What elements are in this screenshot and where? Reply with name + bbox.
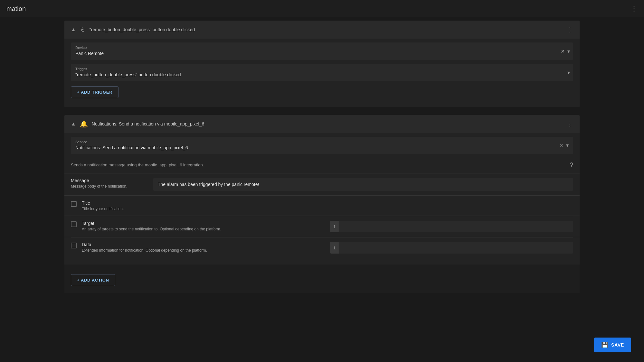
trigger-title: "remote_button_double_press" button doub… xyxy=(90,27,195,32)
target-param-name: Target xyxy=(82,221,325,226)
target-param-row: Target An array of targets to send the n… xyxy=(71,216,573,237)
device-expand-icon[interactable]: ▾ xyxy=(567,48,570,54)
service-controls: ✕ ▾ xyxy=(559,142,569,148)
data-input[interactable] xyxy=(339,242,573,254)
add-action-row: + ADD ACTION xyxy=(64,265,580,293)
trigger-label: Trigger xyxy=(75,67,569,71)
trigger-controls: ▾ xyxy=(567,70,570,76)
service-value: Notifications: Send a notification via m… xyxy=(75,145,188,150)
trigger-card: ▲ 🖱 "remote_button_double_press" button … xyxy=(64,21,580,107)
action-title: Notifications: Send a notification via m… xyxy=(92,121,204,126)
trigger-card-header: ▲ 🖱 "remote_button_double_press" button … xyxy=(64,21,580,39)
service-info-text: Sends a notification message using the m… xyxy=(71,162,204,167)
action-collapse-chevron[interactable]: ▲ xyxy=(71,121,76,127)
add-trigger-button[interactable]: + ADD TRIGGER xyxy=(71,86,118,98)
device-value: Panic Remote xyxy=(75,51,569,56)
trigger-collapse-chevron[interactable]: ▲ xyxy=(71,27,76,32)
service-help-icon[interactable]: ? xyxy=(570,161,573,169)
title-param-name: Title xyxy=(82,200,573,206)
action-card-body: Service Notifications: Send a notificati… xyxy=(64,133,580,265)
data-param-name: Data xyxy=(82,242,325,247)
top-menu-icon[interactable]: ⋮ xyxy=(630,5,638,13)
app-title: mation xyxy=(6,5,26,13)
device-controls: ✕ ▾ xyxy=(561,48,570,54)
service-field: Service Notifications: Send a notificati… xyxy=(71,137,573,154)
service-info-row: Sends a notification message using the m… xyxy=(71,159,573,173)
action-notification-icon: 🔔 xyxy=(80,120,88,128)
target-input[interactable] xyxy=(339,221,573,232)
save-button[interactable]: 💾 SAVE xyxy=(594,338,631,352)
data-input-area: 1 xyxy=(330,242,573,254)
device-label: Device xyxy=(75,46,569,50)
trigger-menu-dots[interactable]: ⋮ xyxy=(567,26,573,33)
action-menu-dots[interactable]: ⋮ xyxy=(567,120,573,128)
action-card-header: ▲ 🔔 Notifications: Send a notification v… xyxy=(64,115,580,133)
save-icon: 💾 xyxy=(601,341,609,348)
trigger-card-body: Device Panic Remote ✕ ▾ Trigger "remote_… xyxy=(64,39,580,107)
service-label: Service xyxy=(75,140,188,144)
top-bar: mation ⋮ xyxy=(0,0,644,17)
main-content: ▲ 🖱 "remote_button_double_press" button … xyxy=(0,17,644,320)
target-row-num: 1 xyxy=(330,221,339,232)
trigger-device-icon: 🖱 xyxy=(80,26,86,33)
message-input-area xyxy=(153,178,573,191)
message-input[interactable] xyxy=(153,178,573,191)
title-param-row: Title Title for your notification. xyxy=(71,196,573,216)
device-clear-icon[interactable]: ✕ xyxy=(561,48,565,54)
data-numbered-input: 1 xyxy=(330,242,573,254)
action-header-left: ▲ 🔔 Notifications: Send a notification v… xyxy=(71,120,204,128)
data-checkbox[interactable] xyxy=(71,243,77,248)
trigger-field: Trigger "remote_button_double_press" but… xyxy=(71,64,573,81)
data-param-desc: Extended information for notification. O… xyxy=(82,248,325,253)
data-row-num: 1 xyxy=(330,242,339,254)
save-label: SAVE xyxy=(611,342,624,348)
trigger-expand-icon[interactable]: ▾ xyxy=(567,70,570,76)
service-expand-icon[interactable]: ▾ xyxy=(566,142,569,148)
target-checkbox[interactable] xyxy=(71,221,77,227)
service-clear-icon[interactable]: ✕ xyxy=(559,142,564,148)
target-input-area: 1 xyxy=(330,221,573,232)
data-param-row: Data Extended information for notificati… xyxy=(71,237,573,258)
message-param-name: Message xyxy=(71,178,148,183)
add-action-button[interactable]: + ADD ACTION xyxy=(71,274,115,286)
message-param-row: Message Message body of the notification… xyxy=(71,173,573,195)
target-param-desc: An array of targets to send the notifica… xyxy=(82,227,325,231)
message-param-desc: Message body of the notification. xyxy=(71,184,148,189)
action-card: ▲ 🔔 Notifications: Send a notification v… xyxy=(64,115,580,293)
trigger-header-left: ▲ 🖱 "remote_button_double_press" button … xyxy=(71,26,195,33)
device-field: Device Panic Remote ✕ ▾ xyxy=(71,42,573,60)
title-param-desc: Title for your notification. xyxy=(82,207,573,211)
target-numbered-input: 1 xyxy=(330,221,573,232)
trigger-value: "remote_button_double_press" button doub… xyxy=(75,72,569,77)
title-checkbox[interactable] xyxy=(71,201,77,207)
